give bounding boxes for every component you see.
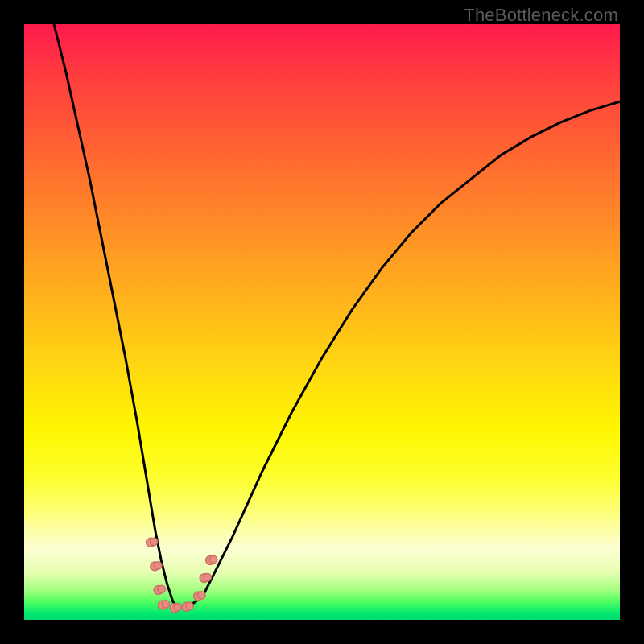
svg-point-5 [158, 585, 165, 592]
curve-markers [147, 538, 217, 613]
svg-point-13 [198, 592, 205, 599]
plot-area [24, 24, 620, 620]
bottleneck-curve-svg [24, 24, 620, 620]
curve-marker [194, 592, 205, 601]
svg-point-15 [204, 574, 211, 581]
svg-point-11 [186, 602, 193, 609]
curve-marker [154, 585, 165, 594]
svg-point-3 [155, 562, 162, 569]
chart-frame: TheBottleneck.com [0, 0, 644, 644]
curve-marker [170, 604, 181, 613]
curve-marker [182, 602, 193, 611]
svg-point-7 [162, 601, 169, 608]
svg-point-1 [150, 538, 157, 545]
curve-marker [158, 601, 169, 609]
watermark-text: TheBottleneck.com [464, 5, 618, 26]
svg-point-17 [209, 555, 217, 563]
curve-marker [147, 538, 158, 547]
svg-point-9 [174, 604, 181, 611]
bottleneck-curve-path [54, 24, 620, 608]
curve-marker [206, 555, 217, 564]
curve-marker [151, 562, 162, 571]
